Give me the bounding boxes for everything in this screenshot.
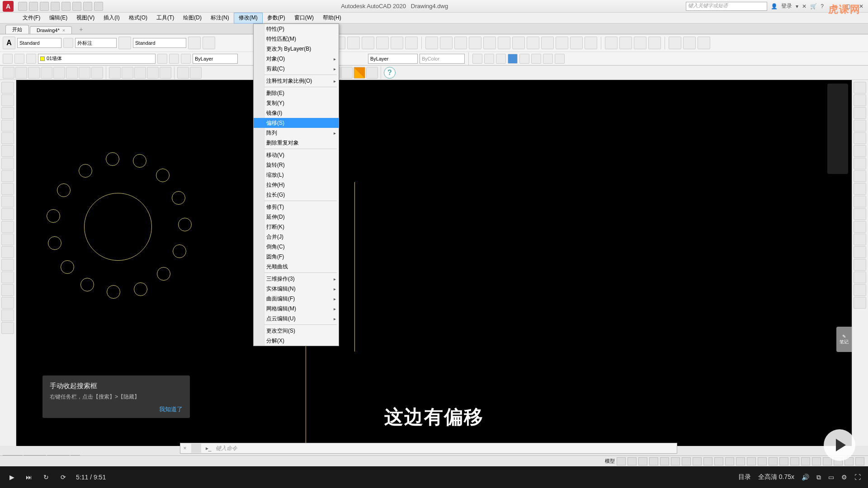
color-select[interactable]: ByLayer bbox=[193, 54, 238, 64]
menu-insert[interactable]: 插入(I) bbox=[99, 13, 124, 23]
menu-item[interactable]: 对象(O) bbox=[254, 54, 339, 64]
user-icon[interactable]: 👤 bbox=[771, 3, 778, 9]
make-block-icon[interactable] bbox=[1, 234, 14, 245]
help-button-icon[interactable]: ? bbox=[384, 67, 396, 79]
cut-icon[interactable] bbox=[109, 67, 121, 79]
grid4-icon[interactable] bbox=[341, 67, 353, 79]
block-btn7[interactable] bbox=[543, 54, 553, 64]
menu-item[interactable]: 拉伸(H) bbox=[254, 180, 339, 190]
menu-window[interactable]: 窗口(W) bbox=[290, 13, 318, 23]
scale-icon[interactable] bbox=[854, 170, 866, 182]
menu-item[interactable]: 特性匹配(M) bbox=[254, 34, 339, 44]
xline-icon[interactable] bbox=[1, 94, 14, 106]
status-qp-icon[interactable] bbox=[736, 457, 745, 465]
dim-update-icon[interactable] bbox=[698, 37, 710, 49]
status-grid-icon[interactable] bbox=[617, 457, 626, 465]
dim-linear-icon[interactable] bbox=[425, 37, 438, 49]
fullscreen-icon[interactable]: ⛶ bbox=[854, 474, 861, 481]
hatch2-icon[interactable] bbox=[1, 259, 14, 271]
play-overlay-button[interactable] bbox=[824, 429, 855, 461]
center-mark-icon[interactable] bbox=[619, 37, 632, 49]
menu-tools[interactable]: 工具(T) bbox=[152, 13, 179, 23]
menu-draw[interactable]: 绘图(D) bbox=[179, 13, 206, 23]
dim-continue-icon[interactable] bbox=[556, 37, 568, 49]
extend-icon[interactable] bbox=[854, 208, 866, 220]
undo2-icon[interactable] bbox=[177, 67, 189, 79]
menu-item[interactable]: 倒角(C) bbox=[254, 242, 339, 252]
line-icon[interactable] bbox=[1, 82, 14, 94]
status-ws-icon[interactable] bbox=[769, 457, 778, 465]
layer-btn7[interactable] bbox=[405, 37, 418, 49]
dim-break-icon[interactable] bbox=[585, 37, 597, 49]
tab-close-icon[interactable]: × bbox=[62, 28, 65, 33]
dim-arc-icon[interactable] bbox=[454, 37, 467, 49]
menu-item[interactable]: 缩放(L) bbox=[254, 170, 339, 180]
paste-icon[interactable] bbox=[134, 67, 146, 79]
rectangle-icon[interactable] bbox=[1, 132, 14, 144]
menu-item[interactable]: 光顺曲线 bbox=[254, 262, 339, 272]
menu-item[interactable]: 阵列 bbox=[254, 128, 339, 138]
volume-icon[interactable]: 🔊 bbox=[802, 474, 809, 481]
menu-dimension[interactable]: 标注(N) bbox=[206, 13, 234, 23]
qat-open-icon[interactable] bbox=[29, 2, 38, 11]
arc-icon[interactable] bbox=[1, 145, 14, 157]
menu-item[interactable]: 曲面编辑(F) bbox=[254, 294, 339, 304]
dim-style-select[interactable]: 外标注 bbox=[75, 38, 117, 48]
menu-view[interactable]: 视图(V) bbox=[72, 13, 99, 23]
dim-tedit-icon[interactable] bbox=[683, 37, 696, 49]
3dprint-icon[interactable] bbox=[91, 67, 103, 79]
dim-edit-icon[interactable] bbox=[669, 37, 681, 49]
array-icon[interactable] bbox=[854, 132, 866, 144]
dim-diameter-icon[interactable] bbox=[498, 37, 510, 49]
move-icon[interactable] bbox=[854, 145, 866, 157]
block-btn8[interactable] bbox=[555, 54, 565, 64]
break-icon[interactable] bbox=[854, 234, 866, 245]
menu-item[interactable]: 点云编辑(U) bbox=[254, 314, 339, 324]
status-tpy-icon[interactable] bbox=[725, 457, 734, 465]
redo2-icon[interactable] bbox=[190, 67, 202, 79]
qat-undo-icon[interactable] bbox=[83, 2, 92, 11]
menu-parametric[interactable]: 参数(P) bbox=[263, 13, 290, 23]
play-button[interactable]: ▶ bbox=[7, 473, 16, 482]
layer-btn5[interactable] bbox=[376, 37, 389, 49]
insert-block-icon[interactable] bbox=[1, 221, 14, 233]
layer-manager-icon[interactable] bbox=[26, 54, 36, 64]
mleader-icon[interactable] bbox=[188, 37, 201, 49]
point-icon[interactable] bbox=[1, 246, 14, 258]
layer-btn6[interactable] bbox=[391, 37, 403, 49]
status-lwt-icon[interactable] bbox=[714, 457, 723, 465]
layer-btn3[interactable] bbox=[347, 37, 360, 49]
status-qv-icon[interactable] bbox=[801, 457, 810, 465]
open-icon[interactable] bbox=[15, 67, 27, 79]
tolerance-icon[interactable] bbox=[605, 37, 618, 49]
dim-angular-icon[interactable] bbox=[512, 37, 525, 49]
menu-item[interactable]: 打断(K) bbox=[254, 222, 339, 232]
menu-item[interactable]: 更改空间(S) bbox=[254, 326, 339, 336]
qat-plot-icon[interactable] bbox=[61, 2, 71, 11]
quality-button[interactable]: 全高清 0.75x bbox=[758, 473, 794, 481]
revcloud-icon[interactable] bbox=[1, 170, 14, 182]
text-style-icon[interactable]: A bbox=[3, 37, 15, 49]
status-osnap-icon[interactable] bbox=[660, 457, 669, 465]
exchange-icon[interactable]: ✕ bbox=[802, 3, 807, 9]
cart-icon[interactable]: 🛒 bbox=[810, 3, 817, 9]
menu-item[interactable]: 删除重复对象 bbox=[254, 138, 339, 148]
polyline-icon[interactable] bbox=[1, 107, 14, 119]
fillet-icon[interactable] bbox=[854, 272, 866, 283]
trim-icon[interactable] bbox=[854, 196, 866, 207]
status-otrack-icon[interactable] bbox=[682, 457, 691, 465]
dim-ordinate-icon[interactable] bbox=[469, 37, 481, 49]
status-ducs-icon[interactable] bbox=[693, 457, 702, 465]
next-button[interactable]: ⏭ bbox=[24, 473, 33, 482]
tab-add-button[interactable]: + bbox=[73, 25, 89, 34]
cmdline-customize-icon[interactable] bbox=[191, 444, 201, 453]
saveall-icon[interactable] bbox=[41, 67, 52, 79]
join-icon[interactable] bbox=[854, 246, 866, 258]
drawing-canvas[interactable]: ✎ 笔记 手动收起搜索框 右键任务栏，点击【搜索】>【隐藏】 我知道了 这边有偏… bbox=[16, 80, 852, 446]
table2-icon[interactable] bbox=[1, 297, 14, 309]
tab-start[interactable]: 开始 bbox=[5, 25, 29, 34]
menu-item[interactable]: 注释性对象比例(O) bbox=[254, 76, 339, 86]
qat-redo-icon[interactable] bbox=[94, 2, 103, 11]
addselected-icon[interactable] bbox=[1, 322, 14, 334]
cmdline-close-icon[interactable]: × bbox=[180, 445, 189, 451]
